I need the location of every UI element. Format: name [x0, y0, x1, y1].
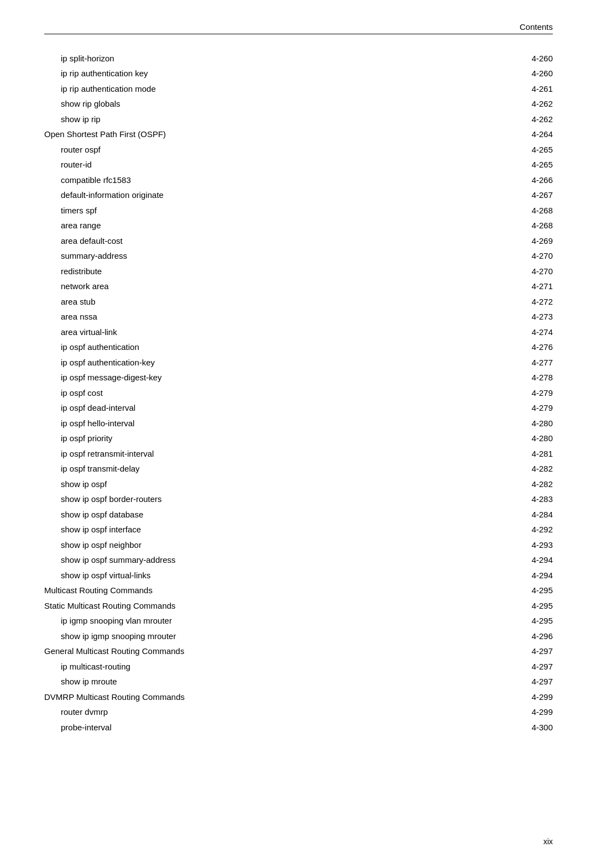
toc-entry-page: 4-281 — [451, 446, 553, 462]
toc-entry-label: ip ospf priority — [44, 431, 451, 447]
toc-entry-page: 4-270 — [451, 264, 553, 279]
toc-entry-label: ip ospf authentication — [44, 340, 451, 355]
toc-entry-label: show ip ospf interface — [44, 522, 451, 538]
toc-entry-page: 4-280 — [451, 416, 553, 431]
toc-entry-page: 4-261 — [451, 81, 553, 97]
toc-row: probe-interval4-300 — [44, 720, 553, 735]
toc-row: timers spf4-268 — [44, 203, 553, 218]
toc-entry-label: show rip globals — [44, 97, 451, 112]
toc-entry-label: ip ospf authentication-key — [44, 355, 451, 370]
toc-row: show ip rip4-262 — [44, 112, 553, 127]
toc-entry-page: 4-296 — [451, 629, 553, 644]
toc-entry-page: 4-297 — [451, 659, 553, 674]
toc-entry-label: ip ospf transmit-delay — [44, 462, 451, 477]
toc-row: General Multicast Routing Commands4-297 — [44, 644, 553, 660]
toc-entry-label: default-information originate — [44, 188, 451, 203]
toc-entry-page: 4-268 — [451, 218, 553, 234]
toc-row: area nssa4-273 — [44, 310, 553, 325]
toc-entry-label: ip ospf hello-interval — [44, 416, 451, 431]
toc-table: ip split-horizon4-260ip rip authenticati… — [44, 51, 553, 735]
toc-entry-label: probe-interval — [44, 720, 451, 735]
toc-entry-label: ip multicast-routing — [44, 659, 451, 674]
toc-entry-page: 4-260 — [451, 51, 553, 66]
toc-entry-label: timers spf — [44, 203, 451, 218]
toc-row: ip igmp snooping vlan mrouter4-295 — [44, 614, 553, 629]
toc-entry-label: ip rip authentication key — [44, 66, 451, 82]
toc-entry-label: area stub — [44, 294, 451, 310]
toc-row: router ospf4-265 — [44, 142, 553, 158]
toc-entry-label: show ip ospf — [44, 477, 451, 492]
page-footer: xix — [543, 837, 553, 846]
toc-entry-label: ip ospf retransmit-interval — [44, 446, 451, 462]
toc-entry-page: 4-262 — [451, 97, 553, 112]
toc-entry-page: 4-282 — [451, 477, 553, 492]
toc-entry-page: 4-276 — [451, 340, 553, 355]
toc-entry-page: 4-299 — [451, 705, 553, 720]
toc-entry-page: 4-282 — [451, 462, 553, 477]
toc-row: show ip igmp snooping mrouter4-296 — [44, 629, 553, 644]
toc-entry-page: 4-271 — [451, 279, 553, 295]
toc-row: show ip ospf summary-address4-294 — [44, 553, 553, 568]
toc-entry-label: Multicast Routing Commands — [44, 583, 451, 599]
toc-entry-page: 4-270 — [451, 249, 553, 264]
toc-entry-label: router dvmrp — [44, 705, 451, 720]
toc-entry-label: General Multicast Routing Commands — [44, 644, 451, 660]
toc-entry-page: 4-299 — [451, 689, 553, 705]
toc-row: show ip ospf4-282 — [44, 477, 553, 492]
toc-entry-label: ip ospf message-digest-key — [44, 370, 451, 386]
toc-row: show rip globals4-262 — [44, 97, 553, 112]
toc-row: summary-address4-270 — [44, 249, 553, 264]
toc-entry-label: show ip ospf virtual-links — [44, 568, 451, 583]
toc-row: show ip ospf border-routers4-283 — [44, 492, 553, 508]
toc-row: Static Multicast Routing Commands4-295 — [44, 598, 553, 614]
toc-entry-page: 4-266 — [451, 172, 553, 188]
toc-entry-page: 4-260 — [451, 66, 553, 82]
toc-entry-page: 4-279 — [451, 385, 553, 401]
toc-row: ip ospf dead-interval4-279 — [44, 401, 553, 416]
toc-row: router dvmrp4-299 — [44, 705, 553, 720]
toc-entry-label: Open Shortest Path First (OSPF) — [44, 127, 451, 143]
toc-row: Open Shortest Path First (OSPF)4-264 — [44, 127, 553, 143]
toc-row: show ip mroute4-297 — [44, 674, 553, 690]
toc-row: ip rip authentication key4-260 — [44, 66, 553, 82]
toc-row: ip split-horizon4-260 — [44, 51, 553, 66]
header-title: Contents — [520, 22, 553, 32]
page-header: Contents — [44, 22, 553, 34]
toc-entry-page: 4-294 — [451, 553, 553, 568]
toc-row: ip ospf message-digest-key4-278 — [44, 370, 553, 386]
toc-entry-label: show ip rip — [44, 112, 451, 127]
toc-entry-page: 4-283 — [451, 492, 553, 508]
toc-entry-label: ip ospf dead-interval — [44, 401, 451, 416]
toc-entry-label: router ospf — [44, 142, 451, 158]
toc-entry-page: 4-265 — [451, 142, 553, 158]
toc-row: ip ospf retransmit-interval4-281 — [44, 446, 553, 462]
toc-row: show ip ospf neighbor4-293 — [44, 537, 553, 553]
toc-row: network area4-271 — [44, 279, 553, 295]
toc-row: redistribute4-270 — [44, 264, 553, 279]
toc-entry-label: show ip ospf summary-address — [44, 553, 451, 568]
toc-row: router-id4-265 — [44, 158, 553, 173]
toc-row: ip multicast-routing4-297 — [44, 659, 553, 674]
toc-entry-label: compatible rfc1583 — [44, 172, 451, 188]
toc-entry-page: 4-273 — [451, 310, 553, 325]
toc-entry-label: show ip ospf database — [44, 507, 451, 522]
toc-entry-label: ip igmp snooping vlan mrouter — [44, 614, 451, 629]
toc-entry-label: redistribute — [44, 264, 451, 279]
toc-row: Multicast Routing Commands4-295 — [44, 583, 553, 599]
toc-entry-label: router-id — [44, 158, 451, 173]
toc-entry-label: Static Multicast Routing Commands — [44, 598, 451, 614]
toc-row: ip ospf authentication4-276 — [44, 340, 553, 355]
toc-entry-page: 4-294 — [451, 568, 553, 583]
toc-entry-page: 4-274 — [451, 325, 553, 340]
toc-entry-page: 4-295 — [451, 598, 553, 614]
toc-row: show ip ospf virtual-links4-294 — [44, 568, 553, 583]
toc-entry-page: 4-293 — [451, 537, 553, 553]
toc-entry-label: show ip ospf neighbor — [44, 537, 451, 553]
page-number: xix — [543, 837, 553, 846]
toc-entry-label: DVMRP Multicast Routing Commands — [44, 689, 451, 705]
toc-entry-page: 4-297 — [451, 674, 553, 690]
toc-entry-label: ip split-horizon — [44, 51, 451, 66]
toc-entry-page: 4-292 — [451, 522, 553, 538]
toc-entry-page: 4-269 — [451, 233, 553, 249]
toc-entry-label: area default-cost — [44, 233, 451, 249]
